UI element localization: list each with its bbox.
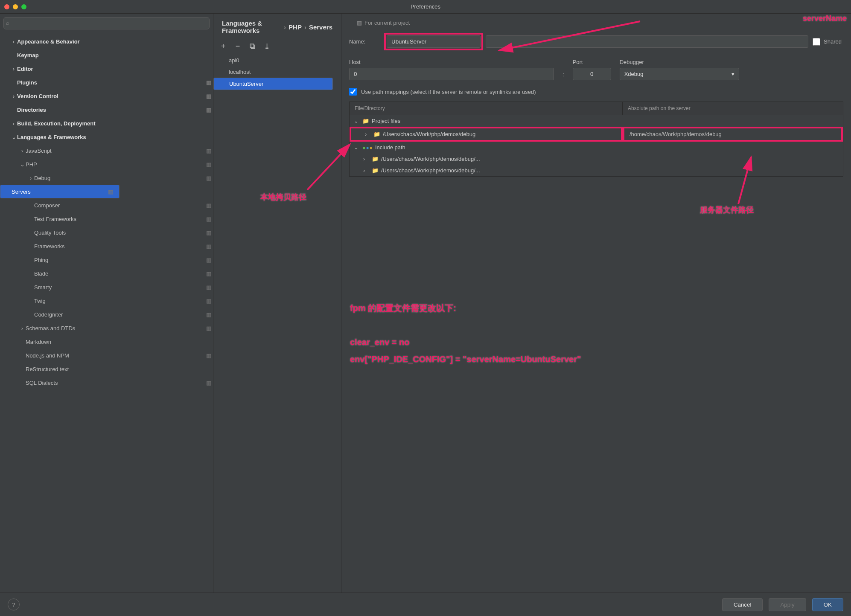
nav-item-phing[interactable]: Phing▥	[0, 253, 213, 267]
project-scope-icon: ▥	[204, 175, 213, 181]
nav-item-debug[interactable]: ›Debug▥	[0, 171, 213, 185]
project-scope-icon: ▥	[204, 284, 213, 291]
project-scope-icon: ▥	[204, 311, 213, 318]
search-input[interactable]	[3, 17, 210, 29]
debugger-select[interactable]: Xdebug ▾	[620, 68, 739, 80]
project-scope-icon: ▥	[204, 161, 213, 168]
breadcrumb-part[interactable]: PHP	[289, 23, 302, 31]
nav-item-schemas-and-dtds[interactable]: ›Schemas and DTDs▥	[0, 321, 213, 335]
project-scope-icon: ▥	[204, 257, 213, 263]
zoom-icon[interactable]	[21, 4, 26, 9]
port-input[interactable]	[573, 68, 611, 80]
absolute-path-cell[interactable]: /home/chaos/Work/php/demos/debug	[623, 127, 843, 142]
chevron-icon: ›	[363, 156, 369, 162]
path-text: /Users/chaos/Work/php/demos/debug/...	[381, 167, 480, 174]
project-scope-icon: ▥	[204, 325, 213, 331]
breadcrumb-part[interactable]: Languages & Frameworks	[222, 20, 281, 34]
absolute-path-cell[interactable]	[623, 119, 843, 124]
server-item-ubuntuserver[interactable]: UbuntuServer	[213, 78, 333, 90]
cancel-button[interactable]: Cancel	[722, 598, 763, 611]
remove-icon[interactable]: −	[233, 42, 242, 51]
nav-item-quality-tools[interactable]: Quality Tools▥	[0, 226, 213, 239]
nav-item-build-execution-deployment[interactable]: ›Build, Execution, Deployment	[0, 116, 213, 130]
path-text: /Users/chaos/Work/php/demos/debug/...	[381, 156, 480, 162]
nav-item-sql-dialects[interactable]: SQL Dialects▥	[0, 376, 213, 389]
name-label: Name:	[349, 38, 380, 45]
name-input[interactable]	[387, 35, 481, 48]
chevron-down-icon: ▾	[732, 71, 734, 77]
nav-label: Smarty	[34, 284, 204, 291]
server-item-localhost[interactable]: localhost	[213, 66, 341, 78]
nav-item-node-js-and-npm[interactable]: Node.js and NPM▥	[0, 349, 213, 362]
import-icon[interactable]: ⤓	[262, 42, 271, 51]
absolute-path-cell[interactable]	[623, 168, 843, 173]
nav-label: Composer	[34, 202, 204, 209]
nav-item-test-frameworks[interactable]: Test Frameworks▥	[0, 212, 213, 226]
nav-item-javascript[interactable]: ›JavaScript▥	[0, 144, 213, 157]
nav-item-composer[interactable]: Composer▥	[0, 198, 213, 212]
name-input-extend[interactable]	[486, 35, 808, 48]
project-scope-icon: ▥	[204, 107, 213, 113]
folder-icon: 📁	[373, 131, 380, 137]
project-scope-icon: ▥	[204, 352, 213, 359]
nav-item-appearance-behavior[interactable]: ›Appearance & Behavior	[0, 35, 213, 48]
nav-label: PHP	[26, 161, 204, 168]
close-icon[interactable]	[4, 4, 9, 9]
path-mappings-checkbox[interactable]: Use path mappings (select if the server …	[349, 88, 843, 96]
breadcrumb-part[interactable]: Servers	[309, 23, 332, 31]
nav-label: Plugins	[17, 79, 204, 86]
nav-item-php[interactable]: ⌄PHP▥	[0, 157, 213, 171]
nav-item-plugins[interactable]: Plugins▥	[0, 76, 213, 89]
absolute-path-cell[interactable]	[623, 145, 843, 150]
nav-item-smarty[interactable]: Smarty▥	[0, 280, 213, 294]
apply-button[interactable]: Apply	[769, 598, 806, 611]
folder-icon: 📁	[372, 156, 379, 162]
shared-checkbox[interactable]: Shared	[813, 38, 843, 46]
path-mappings-check-input[interactable]	[349, 88, 357, 96]
nav-item-servers[interactable]: Servers▥	[0, 185, 119, 198]
nav-item-restructured-text[interactable]: ReStructured text	[0, 362, 213, 376]
nav-label: JavaScript	[26, 148, 204, 154]
chevron-right-icon: ›	[304, 23, 306, 31]
copy-icon[interactable]: ⧉	[248, 42, 257, 51]
mapping-row[interactable]: ›📁/Users/chaos/Work/php/demos/debug/...	[350, 153, 843, 165]
minimize-icon[interactable]	[13, 4, 18, 9]
add-icon[interactable]: +	[219, 42, 228, 51]
help-icon[interactable]: ?	[8, 599, 20, 610]
nav-label: Blade	[34, 270, 204, 277]
folder-icon: 📁	[362, 118, 369, 124]
ok-button[interactable]: OK	[812, 598, 843, 611]
absolute-path-cell[interactable]	[623, 157, 843, 162]
nav-label: Appearance & Behavior	[17, 38, 204, 45]
project-scope-icon: ▥	[204, 298, 213, 304]
nav-item-twig[interactable]: Twig▥	[0, 294, 213, 308]
nav-label: Build, Execution, Deployment	[17, 120, 204, 127]
mapping-row[interactable]: ⌄📁Project files	[350, 115, 843, 127]
nav-item-editor[interactable]: ›Editor	[0, 62, 213, 76]
nav-item-directories[interactable]: Directories▥	[0, 103, 213, 116]
nav-item-codeigniter[interactable]: CodeIgniter▥	[0, 308, 213, 321]
nav-label: Editor	[17, 66, 204, 72]
mapping-row[interactable]: ⌄∎∎∎Include path	[350, 142, 843, 153]
chevron-icon: ›	[363, 167, 369, 174]
nav-item-frameworks[interactable]: Frameworks▥	[0, 239, 213, 253]
nav-item-version-control[interactable]: ›Version Control▥	[0, 89, 213, 103]
nav-item-blade[interactable]: Blade▥	[0, 267, 213, 280]
list-toolbar: + − ⧉ ⤓	[213, 40, 341, 55]
mapping-row[interactable]: ›📁/Users/chaos/Work/php/demos/debug/...	[350, 165, 843, 176]
chevron-right-icon: ›	[284, 23, 286, 31]
nav-label: SQL Dialects	[26, 380, 204, 386]
nav-item-markdown[interactable]: Markdown	[0, 335, 213, 349]
server-item-api0[interactable]: api0	[213, 55, 341, 66]
nav-label: Twig	[34, 298, 204, 304]
nav-label: Test Frameworks	[34, 216, 204, 222]
nav-item-languages-frameworks[interactable]: ⌄Languages & Frameworks	[0, 130, 213, 144]
host-input[interactable]	[349, 68, 554, 80]
col-file-directory: File/Directory	[350, 102, 623, 115]
chevron-icon: ›	[10, 120, 17, 127]
nav-item-keymap[interactable]: Keymap	[0, 48, 213, 62]
mapping-row[interactable]: ›📁/Users/chaos/Work/php/demos/debug/home…	[350, 127, 843, 142]
shared-check-input[interactable]	[813, 38, 820, 46]
project-scope-icon: ▥	[204, 148, 213, 154]
project-scope-icon: ▥	[204, 202, 213, 209]
